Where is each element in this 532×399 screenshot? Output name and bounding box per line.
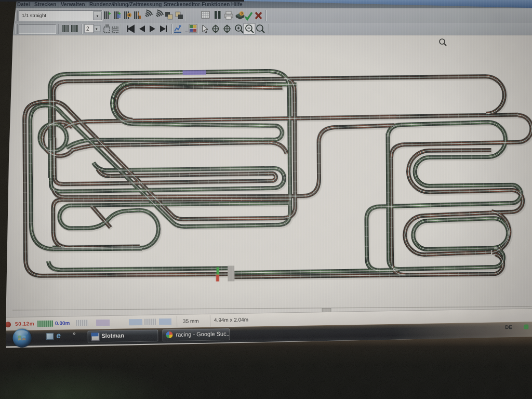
svg-text:…: … [184,28,189,33]
svg-text:2: 2 [86,26,89,32]
svg-text:?: ? [241,11,243,16]
svg-text:▾: ▾ [96,27,98,31]
